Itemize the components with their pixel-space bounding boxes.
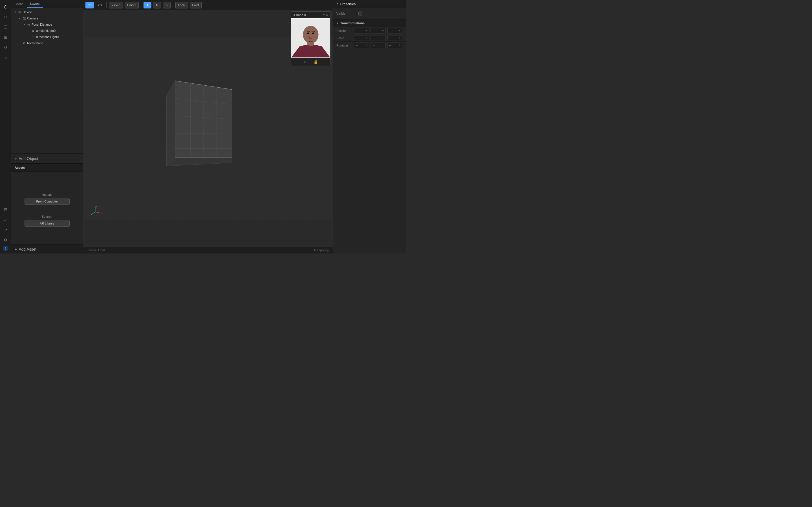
directional-icon: ✦ [31,35,35,39]
rotation-x-field[interactable]: – + [354,43,369,48]
camera-status: Camera: Front [87,249,105,252]
add-asset-button[interactable]: + Add Asset [11,244,83,253]
position-x-plus[interactable]: + [365,29,368,32]
scale-z-field[interactable]: – + [388,35,402,41]
svg-point-65 [307,33,309,34]
tree-label-device: Device [22,10,81,14]
sidebar-item-panels[interactable]: ⊞ [1,33,10,42]
plus-asset-icon: + [15,247,17,251]
position-row: Position – + – + – + [333,27,406,34]
tab-layers[interactable]: Layers [27,0,43,8]
position-z-field[interactable]: – + [388,28,402,34]
position-y-minus[interactable]: – [372,29,375,32]
rotation-y-field[interactable]: – + [371,43,386,48]
tree-item-device[interactable]: ▼ ⊡ Device [11,9,83,15]
icon-bar: ⬡ □ ☰ ⊞ ↺ ⌕ ⊡ ↙ ↗ ⚙ ? [0,0,11,253]
properties-arrow: ▼ [336,3,339,5]
local-button[interactable]: Local [175,2,188,8]
rotation-y-minus[interactable]: – [372,44,375,47]
sidebar-item-help[interactable]: ? [3,245,8,251]
preview-header: iPhone 8 ▾ ≡ [291,11,330,18]
search-section: Search: AR Library [15,215,80,227]
pivot-button[interactable]: Pivot [190,2,202,8]
tree-arrow-device: ▼ [13,10,17,14]
preview-menu-button[interactable]: ≡ [326,13,328,17]
rotation-z-minus[interactable]: – [389,44,392,47]
scale-row: Scale – + – + – + [333,34,406,42]
rotation-row: Rotation – + – + – + [333,42,406,49]
tree-item-directional[interactable]: ▶ ✦ directionalLight0 [11,34,83,40]
viewport-container: 3D 2D View ▾ Filter ▾ ✛ ↻ ⤡ Local Pivot [83,0,333,253]
sidebar-item-package[interactable]: ⊡ [1,205,10,214]
sidebar-item-search[interactable]: ⌕ [1,53,10,62]
view-3d-button[interactable]: 3D [86,2,94,8]
tree-item-ambient[interactable]: ▶ ◉ ambientLight0 [11,27,83,34]
sidebar-item-scene[interactable]: ⬡ [1,2,10,11]
rotation-z-plus[interactable]: + [398,44,401,47]
preview-photo-svg [291,18,330,58]
rotation-x-minus[interactable]: – [356,44,358,47]
ambient-icon: ◉ [31,29,35,33]
svg-text:X: X [101,212,102,214]
svg-text:Y: Y [96,205,97,207]
sidebar-item-import[interactable]: ↙ [1,215,10,224]
tree-arrow-focal: ▼ [22,23,26,26]
viewport-3d[interactable]: Y X Z iPhone 8 ▾ ≡ [83,10,333,247]
sidebar-item-history[interactable]: ↺ [1,43,10,52]
visible-row: Visible [336,10,403,17]
tree-label-ambient: ambientLight0 [36,29,81,33]
device-name-label: iPhone 8 [294,13,322,17]
ar-library-button[interactable]: AR Library [24,220,70,227]
camera-icon: 📷 [22,16,26,20]
from-computer-button[interactable]: From Computer [24,198,70,205]
sidebar-item-settings[interactable]: ⚙ [1,235,10,244]
tree-label-directional: directionalLight0 [36,35,81,39]
lock-preview-button[interactable]: 🔓 [313,60,318,64]
chevron-down-preview-icon[interactable]: ▾ [323,13,324,16]
position-x-field[interactable]: – + [354,28,369,34]
tree-item-microphone[interactable]: ▶ 🎙 Microphone [11,40,83,46]
scale-y-plus[interactable]: + [382,36,384,40]
scale-y-minus[interactable]: – [372,36,375,40]
tree-item-camera[interactable]: ▼ 📷 Camera [11,15,83,21]
properties-content: Visible [333,8,406,19]
toolbar: 3D 2D View ▾ Filter ▾ ✛ ↻ ⤡ Local Pivot [83,0,333,10]
tab-scene[interactable]: Scene [11,0,27,8]
rotation-label: Rotation [336,44,353,47]
properties-header[interactable]: ▼ Properties [333,0,406,8]
position-y-field[interactable]: – + [371,28,386,34]
view-2d-button[interactable]: 2D [96,2,104,8]
scale-x-plus[interactable]: + [365,36,368,40]
view-dropdown[interactable]: View ▾ [109,2,123,8]
rotation-x-plus[interactable]: + [365,44,368,47]
scale-x-minus[interactable]: – [356,36,358,40]
transformations-header[interactable]: ▼ Transformations [333,19,406,27]
transform-rotate-button[interactable]: ↻ [153,2,161,8]
position-y-plus[interactable]: + [382,29,384,32]
visible-checkbox[interactable] [358,11,362,15]
toolbar-divider-2 [141,2,141,8]
sidebar-item-export[interactable]: ↗ [1,225,10,234]
position-z-minus[interactable]: – [389,29,392,32]
sidebar-item-view[interactable]: □ [1,12,10,21]
grid-spacing-status: Grid spacing: [313,249,329,252]
transform-move-button[interactable]: ✛ [144,2,151,8]
position-x-minus[interactable]: – [356,29,358,32]
sidebar-item-layers[interactable]: ☰ [1,22,10,32]
svg-point-62 [303,26,318,44]
position-z-plus[interactable]: + [398,29,401,32]
scale-x-field[interactable]: – + [354,35,369,41]
scale-z-minus[interactable]: – [389,36,392,40]
chevron-down-icon: ▾ [119,4,120,6]
rotation-z-field[interactable]: – + [388,43,402,48]
scale-z-plus[interactable]: + [398,36,401,40]
scale-y-field[interactable]: – + [371,35,386,41]
tree-item-focal[interactable]: ▼ ◎ Focal Distance [11,21,83,27]
rotation-y-plus[interactable]: + [382,44,384,47]
preview-window: iPhone 8 ▾ ≡ [291,11,331,66]
camera-preview-button[interactable]: ⊙ [304,60,307,64]
right-panel: ▼ Properties Visible ▼ Transformations P… [333,0,406,253]
filter-dropdown[interactable]: Filter ▾ [124,2,139,8]
transform-scale-button[interactable]: ⤡ [163,2,170,8]
add-object-button[interactable]: + Add Object [11,153,83,163]
